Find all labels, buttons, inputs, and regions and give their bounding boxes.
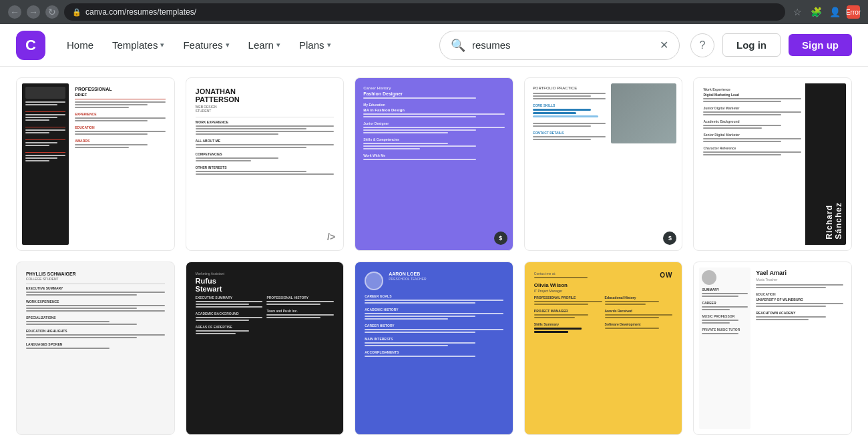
nav-plans[interactable]: Plans ▾ <box>291 34 339 56</box>
template-card-9[interactable]: Contact me at: OW Olivia Wilson IT Proje… <box>524 262 683 435</box>
plans-chevron: ▾ <box>327 41 331 49</box>
search-icon: 🔍 <box>451 38 465 53</box>
main-content: PROFESSIONAL BRIEF EXPERIENCE EDUCATION <box>0 67 868 447</box>
template-card-5[interactable]: Work Experience Digital Marketing Lead J… <box>693 77 852 251</box>
template-card-3[interactable]: Career History Fashion Designer My Educa… <box>355 77 513 251</box>
nav-templates[interactable]: Templates ▾ <box>104 34 172 56</box>
extension-icon[interactable]: 🧩 <box>809 5 823 19</box>
canva-logo[interactable]: C <box>16 31 45 60</box>
search-input[interactable] <box>472 39 653 51</box>
nav-features[interactable]: Features ▾ <box>175 34 237 56</box>
signup-button[interactable]: Sign up <box>789 34 852 56</box>
browser-chrome: ← → ↻ 🔒 canva.com/resumes/templates/ ☆ 🧩… <box>0 0 868 24</box>
profile-icon[interactable]: 👤 <box>828 5 841 19</box>
lock-icon: 🔒 <box>72 8 81 17</box>
forward-button[interactable]: → <box>27 5 40 19</box>
template-card-1[interactable]: PROFESSIONAL BRIEF EXPERIENCE EDUCATION <box>16 77 175 251</box>
search-bar[interactable]: 🔍 ✕ <box>439 31 680 60</box>
navbar: C Home Templates ▾ Features ▾ Learn ▾ Pl… <box>0 24 868 67</box>
template-card-7[interactable]: Marketing Assistant RufusStewart EXECUTI… <box>186 262 345 435</box>
template-card-10[interactable]: SUMMARY CAREER MUSIC PROFESSOR PRIVATE M… <box>693 262 852 435</box>
template-card-6[interactable]: PHYLLIS SCHWAIGER COLLEGE STUDENT EXECUT… <box>16 262 175 435</box>
error-badge[interactable]: Error <box>847 5 860 19</box>
login-button[interactable]: Log in <box>722 33 781 57</box>
template-grid: PROFESSIONAL BRIEF EXPERIENCE EDUCATION <box>0 67 868 446</box>
template-card-2[interactable]: JONATHANPATTERSON WEB DESIGNSTUDENT WORK… <box>186 77 345 251</box>
premium-badge-3: $ <box>494 232 507 245</box>
nav-home[interactable]: Home <box>59 34 101 56</box>
templates-chevron: ▾ <box>160 41 164 49</box>
learn-chevron: ▾ <box>276 41 280 49</box>
template-card-8[interactable]: AARON LOEB PRESCHOOL TEACHER CAREER GOAL… <box>355 262 513 435</box>
url-text: canva.com/resumes/templates/ <box>85 7 196 17</box>
clear-icon[interactable]: ✕ <box>660 39 668 51</box>
nav-right: ? Log in Sign up <box>690 33 852 57</box>
address-bar[interactable]: 🔒 canva.com/resumes/templates/ <box>64 3 785 21</box>
browser-actions: ☆ 🧩 👤 Error <box>791 5 860 19</box>
refresh-button[interactable]: ↻ <box>45 5 59 19</box>
nav-links: Home Templates ▾ Features ▾ Learn ▾ Plan… <box>59 34 429 56</box>
help-button[interactable]: ? <box>690 33 714 57</box>
back-button[interactable]: ← <box>8 5 21 19</box>
template-card-4[interactable]: PORTFOLIO PRACTICE CORE SKILLS CO <box>524 77 683 251</box>
star-icon[interactable]: ☆ <box>791 5 804 19</box>
nav-learn[interactable]: Learn ▾ <box>240 34 288 56</box>
features-chevron: ▾ <box>226 41 230 49</box>
